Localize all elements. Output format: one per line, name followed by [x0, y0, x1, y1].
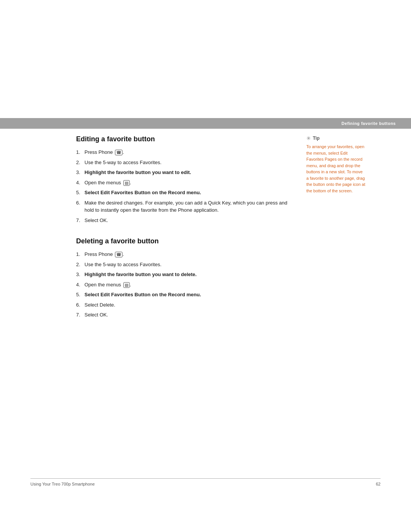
step-number: 2.	[76, 159, 84, 166]
step-content: Press Phone ☎.	[84, 149, 295, 156]
list-item: 3. Highlight the favorite button you wan…	[76, 169, 295, 176]
list-item: 1. Press Phone ☎.	[76, 149, 295, 156]
step-content: Highlight the favorite button you want t…	[84, 169, 295, 176]
footer-page-number: 62	[376, 482, 381, 486]
footer: Using Your Treo 700p Smartphone 62	[30, 478, 381, 486]
list-item: 5. Select Edit Favorites Button on the R…	[76, 189, 295, 197]
step-content: Select Edit Favorites Button on the Reco…	[84, 189, 295, 197]
step-number: 7.	[76, 311, 84, 319]
list-item: 6. Select Delete.	[76, 301, 295, 309]
tip-section: ✳ Tip To arrange your favorites, open th…	[306, 135, 365, 194]
header-bar: Defining favorite buttons	[0, 118, 411, 129]
list-item: 2. Use the 5-way to access Favorites.	[76, 261, 295, 268]
step-content: Open the menus ▤.	[84, 179, 295, 187]
step-number: 7.	[76, 217, 84, 224]
list-item: 4. Open the menus ▤.	[76, 179, 295, 187]
list-item: 2. Use the 5-way to access Favorites.	[76, 159, 295, 166]
tip-label: Tip	[313, 136, 320, 141]
tip-star-icon: ✳	[306, 135, 311, 141]
step-number: 3.	[76, 169, 84, 176]
phone-icon: ☎	[115, 150, 123, 155]
step-number: 4.	[76, 281, 84, 289]
deleting-steps-list: 1. Press Phone ☎. 2. Use the 5-way to ac…	[76, 251, 295, 319]
list-item: 4. Open the menus ▤.	[76, 281, 295, 289]
step-number: 5.	[76, 291, 84, 299]
step-content: Select OK.	[84, 217, 295, 224]
list-item: 7. Select OK.	[76, 217, 295, 224]
header-bar-title: Defining favorite buttons	[341, 121, 396, 126]
editing-steps-list: 1. Press Phone ☎. 2. Use the 5-way to ac…	[76, 149, 295, 224]
step-content: Highlight the favorite button you want t…	[84, 271, 295, 278]
step-content: Select OK.	[84, 311, 295, 319]
list-item: 1. Press Phone ☎.	[76, 251, 295, 258]
step-number: 3.	[76, 271, 84, 278]
step-number: 5.	[76, 189, 84, 197]
step-content: Make the desired changes. For example, y…	[84, 199, 295, 214]
phone-icon: ☎	[115, 252, 123, 257]
right-column: ✳ Tip To arrange your favorites, open th…	[306, 135, 365, 330]
step-content: Select Delete.	[84, 301, 295, 309]
deleting-heading: Deleting a favorite button	[76, 237, 295, 245]
step-content: Press Phone ☎.	[84, 251, 295, 258]
menu-icon: ▤	[123, 282, 130, 288]
step-content: Use the 5-way to access Favorites.	[84, 261, 295, 268]
list-item: 7. Select OK.	[76, 311, 295, 319]
step-number: 6.	[76, 199, 84, 214]
list-item: 3. Highlight the favorite button you wan…	[76, 271, 295, 278]
list-item: 6. Make the desired changes. For example…	[76, 199, 295, 214]
step-number: 1.	[76, 251, 84, 258]
step-number: 2.	[76, 261, 84, 268]
menu-icon: ▤	[123, 180, 130, 186]
footer-left-text: Using Your Treo 700p Smartphone	[30, 482, 95, 486]
deleting-section: Deleting a favorite button 1. Press Phon…	[76, 237, 295, 319]
step-content: Open the menus ▤.	[84, 281, 295, 289]
page-container: Defining favorite buttons Editing a favo…	[0, 0, 411, 532]
main-content: Editing a favorite button 1. Press Phone…	[76, 135, 365, 330]
tip-header: ✳ Tip	[306, 135, 365, 141]
left-column: Editing a favorite button 1. Press Phone…	[76, 135, 295, 330]
step-number: 4.	[76, 179, 84, 187]
step-content: Use the 5-way to access Favorites.	[84, 159, 295, 166]
step-content: Select Edit Favorites Button on the Reco…	[84, 291, 295, 299]
step-number: 1.	[76, 149, 84, 156]
list-item: 5. Select Edit Favorites Button on the R…	[76, 291, 295, 299]
editing-section: Editing a favorite button 1. Press Phone…	[76, 135, 295, 224]
tip-text: To arrange your favorites, open the menu…	[306, 144, 365, 194]
editing-heading: Editing a favorite button	[76, 135, 295, 143]
step-number: 6.	[76, 301, 84, 309]
